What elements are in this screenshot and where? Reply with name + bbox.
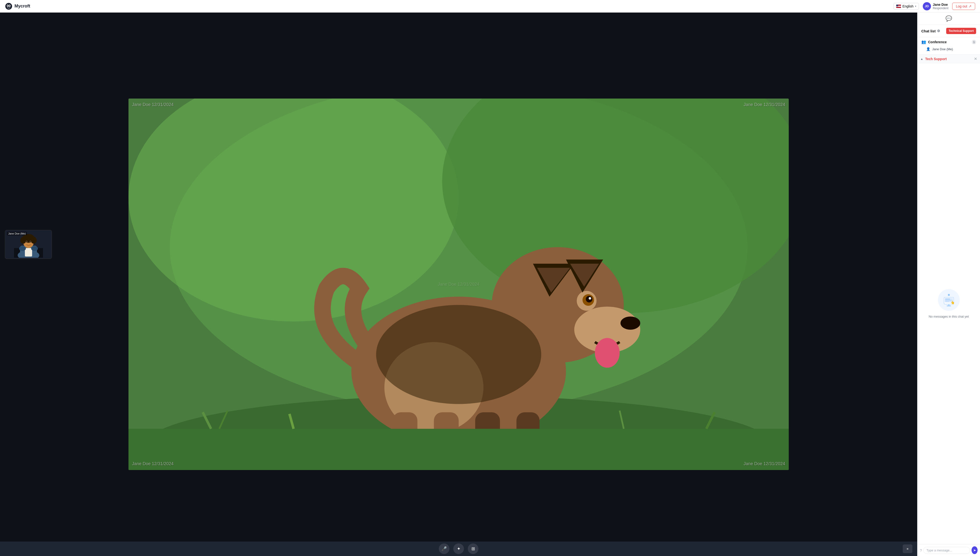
layout-button[interactable]: ⊞ xyxy=(468,543,478,554)
video-feed xyxy=(129,99,789,470)
effects-icon: ✦ xyxy=(457,546,460,551)
chat-list-header: Chat list ⚙ Technical Support xyxy=(917,25,980,37)
main-video: Jane Doe 12/31/2024 Jane Doe 12/31/2024 … xyxy=(129,99,789,470)
svg-rect-54 xyxy=(945,299,950,299)
svg-point-43 xyxy=(31,237,37,244)
svg-point-47 xyxy=(30,241,31,242)
user-name-role: Jane Doe Respondent xyxy=(933,3,949,10)
chat-list-label: Chat list xyxy=(921,29,936,33)
close-icon[interactable]: ✕ xyxy=(974,57,977,61)
chat-messages-area: 👆 No messages in this chat yet xyxy=(917,63,980,544)
captions-button[interactable]: ≡ xyxy=(903,545,912,553)
right-panel: 💬 Chat list ⚙ Technical Support 👥 Confer… xyxy=(917,13,980,556)
language-label: English xyxy=(903,4,914,8)
svg-text:👆: 👆 xyxy=(951,301,955,305)
gear-icon[interactable]: ⚙ xyxy=(937,29,940,33)
user-info: JD Jane Doe Respondent xyxy=(923,2,949,10)
user-name: Jane Doe xyxy=(933,3,949,6)
chat-list-title: Chat list ⚙ xyxy=(921,29,940,33)
svg-rect-58 xyxy=(947,305,951,306)
tech-support-header: ▲ Tech Support ✕ xyxy=(917,55,980,63)
empty-state-illustration: 👆 xyxy=(940,291,957,309)
tech-support-title: Tech Support xyxy=(925,57,974,61)
app-header: Mycroft English ▾ JD Jane Doe Respondent… xyxy=(0,0,980,13)
svg-point-3 xyxy=(7,5,8,6)
conference-header: 👥 Conference 1 xyxy=(921,40,976,44)
collapse-icon[interactable]: ▲ xyxy=(920,57,923,61)
svg-point-46 xyxy=(26,241,27,242)
svg-point-4 xyxy=(9,5,10,6)
svg-point-48 xyxy=(19,246,26,251)
effects-button[interactable]: ✦ xyxy=(453,543,464,554)
layout-icon: ⊞ xyxy=(471,546,475,551)
logout-button[interactable]: Log out ↗ xyxy=(952,3,975,10)
help-icon-button[interactable]: ? xyxy=(920,548,922,553)
captions-icon: ≡ xyxy=(907,547,909,551)
svg-point-0 xyxy=(5,3,12,10)
logout-label: Log out xyxy=(956,4,967,8)
microphone-icon: 🎤 xyxy=(441,546,447,551)
user-role: Respondent xyxy=(933,6,949,10)
technical-support-button[interactable]: Technical Support xyxy=(946,28,976,34)
tech-support-panel: ▲ Tech Support ✕ xyxy=(917,55,980,556)
conference-icon: 👥 xyxy=(921,40,926,44)
empty-chat-illustration: 👆 xyxy=(938,289,960,311)
participant-icon: 👤 xyxy=(926,47,930,51)
svg-rect-29 xyxy=(129,429,789,470)
chat-bubble-icon: 💬 xyxy=(946,15,952,22)
participant-item: 👤 Jane Doe (Me) xyxy=(921,46,976,52)
send-icon: ➤ xyxy=(973,548,976,552)
header-right: English ▾ JD Jane Doe Respondent Log out… xyxy=(894,2,975,10)
logo-icon xyxy=(5,2,13,10)
svg-point-23 xyxy=(376,305,541,404)
avatar: JD xyxy=(923,2,931,10)
svg-point-51 xyxy=(948,294,950,296)
svg-point-49 xyxy=(31,246,38,251)
microphone-button[interactable]: 🎤 xyxy=(439,543,449,554)
send-button[interactable]: ➤ xyxy=(972,546,978,554)
help-icon: ? xyxy=(920,548,922,553)
logout-icon: ↗ xyxy=(969,4,972,8)
no-messages-text: No messages in this chat yet xyxy=(928,315,969,318)
main-content: Jane Doe 12/31/2024 Jane Doe 12/31/2024 … xyxy=(0,13,980,556)
conference-section: 👥 Conference 1 👤 Jane Doe (Me) xyxy=(917,37,980,55)
svg-point-42 xyxy=(20,237,26,244)
app-logo: Mycroft xyxy=(5,2,894,10)
svg-rect-56 xyxy=(945,301,949,302)
participant-name: Jane Doe (Me) xyxy=(932,47,953,51)
svg-point-18 xyxy=(589,297,591,299)
svg-point-28 xyxy=(595,338,620,368)
video-area: Jane Doe 12/31/2024 Jane Doe 12/31/2024 … xyxy=(0,13,917,556)
chat-input-row: ? ➤ xyxy=(917,544,980,556)
svg-rect-57 xyxy=(948,304,949,305)
flag-icon xyxy=(896,5,901,8)
panel-icon-header: 💬 xyxy=(917,13,980,25)
svg-point-14 xyxy=(620,317,640,330)
svg-rect-39 xyxy=(25,248,32,257)
bottom-toolbar: 🎤 ✦ ⊞ ≡ xyxy=(0,541,917,556)
conference-title: Conference xyxy=(928,40,970,44)
message-input[interactable] xyxy=(923,547,970,554)
chevron-down-icon: ▾ xyxy=(915,5,916,8)
language-selector[interactable]: English ▾ xyxy=(894,3,919,10)
self-view: Jane Doe (Me) xyxy=(5,230,52,259)
conference-badge: 1 xyxy=(972,40,976,44)
app-name: Mycroft xyxy=(15,3,30,9)
self-view-label: Jane Doe (Me) xyxy=(7,232,27,236)
